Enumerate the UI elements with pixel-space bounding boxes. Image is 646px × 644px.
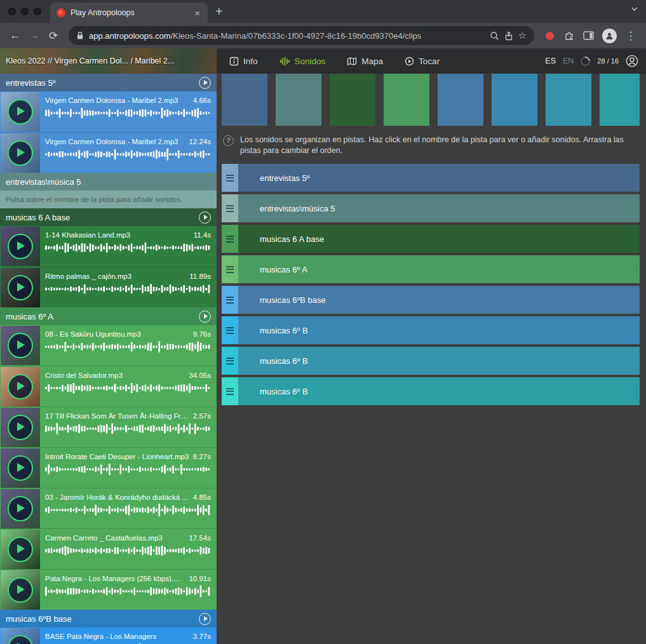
address-bar[interactable]: app.antropoloops.com/Kleos-Santa-Marina/…: [69, 26, 534, 45]
track-tile[interactable]: [276, 74, 321, 126]
clip-thumbnail[interactable]: [1, 326, 40, 365]
track-row[interactable]: entrevistas 5º: [222, 164, 640, 192]
track-drag-handle[interactable]: [222, 255, 238, 283]
track-drag-handle[interactable]: [222, 377, 238, 405]
clip-thumbnail[interactable]: [1, 92, 40, 131]
nav-item-sonidos[interactable]: Sonidos: [279, 57, 326, 66]
track-drag-handle[interactable]: [222, 164, 238, 192]
bookmark-star-icon[interactable]: ☆: [518, 30, 527, 41]
section-header[interactable]: musicas 6ºB base: [0, 610, 217, 627]
tab-search-chevron-icon[interactable]: [631, 6, 638, 11]
browser-menu-icon[interactable]: ⋮: [622, 27, 640, 44]
clip-play-icon[interactable]: [8, 455, 33, 481]
clip-thumbnail[interactable]: [1, 367, 40, 406]
track-row[interactable]: musicas 6º B: [222, 347, 640, 375]
nav-item-mapa[interactable]: Mapa: [347, 57, 383, 66]
clip-play-icon[interactable]: [8, 635, 33, 644]
extensions-puzzle-icon[interactable]: [560, 27, 578, 44]
clip-row[interactable]: Ritmo palmas _ cajón.mp3 11.89s: [0, 267, 217, 307]
clip-row[interactable]: Introit Rorate Caeli Desuper - Lionheart…: [0, 447, 217, 488]
clip-play-icon[interactable]: [8, 415, 33, 440]
track-row[interactable]: musicas 6º B: [222, 316, 640, 344]
clip-row[interactable]: 03 - Jaromír Horák & Konrádyho dudácká .…: [0, 488, 217, 528]
side-panel-icon[interactable]: [579, 27, 597, 44]
track-row[interactable]: musicas 6ºB base: [222, 286, 640, 314]
clip-duration: 10.91s: [189, 575, 211, 582]
breadcrumb-photo-strip[interactable]: Kleos 2022 // Virgen Carmen Dol... / Mar…: [0, 48, 217, 74]
track-drag-handle[interactable]: [222, 347, 238, 375]
section-header[interactable]: entrevistas 5º: [0, 74, 217, 91]
track-row[interactable]: musicas 6 A base: [222, 225, 640, 253]
lang-en-button[interactable]: EN: [563, 57, 574, 65]
clip-play-icon[interactable]: [8, 234, 33, 259]
track-tile[interactable]: [546, 74, 591, 126]
reload-button[interactable]: ⟳: [44, 27, 62, 44]
track-row[interactable]: musicas 6º A: [222, 255, 640, 283]
clip-play-icon[interactable]: [8, 275, 33, 300]
forward-button[interactable]: →: [25, 27, 43, 44]
share-icon[interactable]: [504, 31, 513, 41]
clip-thumbnail[interactable]: [1, 133, 40, 173]
lock-icon[interactable]: [76, 31, 84, 40]
clip-row[interactable]: Carmen Carreto _ Castañuelas.mp3 17.54s: [0, 528, 217, 569]
clip-thumbnail[interactable]: [1, 530, 40, 569]
new-tab-button[interactable]: +: [215, 5, 223, 18]
close-tab-icon[interactable]: ×: [193, 8, 201, 18]
clip-row[interactable]: Virgen Carmen Dolorosa - Maribel 2.mp3 4…: [0, 91, 217, 132]
track-drag-handle[interactable]: [222, 225, 238, 253]
section-play-icon[interactable]: [199, 77, 211, 89]
track-tile[interactable]: [438, 74, 483, 126]
track-drag-handle[interactable]: [222, 286, 238, 314]
section-header[interactable]: musicas 6 A base: [0, 208, 217, 226]
track-tile[interactable]: [600, 74, 640, 126]
nav-item-tocar[interactable]: Tocar: [405, 57, 440, 66]
zoom-window-button[interactable]: [34, 8, 41, 15]
section-play-icon[interactable]: [199, 613, 211, 625]
track-row[interactable]: entrevistas\música 5: [222, 194, 640, 222]
nav-item-info[interactable]: Info: [229, 57, 258, 66]
browser-tab[interactable]: Play Antropoloops ×: [50, 3, 208, 23]
back-button[interactable]: ←: [6, 27, 24, 44]
clip-play-icon[interactable]: [8, 333, 33, 358]
clip-thumbnail[interactable]: [1, 570, 40, 610]
account-icon[interactable]: [626, 55, 638, 67]
clip-play-icon[interactable]: [8, 496, 33, 521]
recorder-extension-icon[interactable]: [546, 32, 554, 40]
track-tile[interactable]: [330, 74, 375, 126]
clip-play-icon[interactable]: [8, 140, 33, 166]
clip-row[interactable]: 1-14 Khakasian Land.mp3 11.4s: [0, 226, 217, 267]
clip-thumbnail[interactable]: [1, 448, 40, 488]
track-tile[interactable]: [384, 74, 429, 126]
profile-avatar[interactable]: [602, 29, 617, 43]
track-drag-handle[interactable]: [222, 194, 238, 222]
clip-thumbnail[interactable]: [1, 489, 40, 528]
track-drag-handle[interactable]: [222, 316, 238, 344]
clip-row[interactable]: Cristo del Salvador.mp3 34.05s: [0, 366, 217, 406]
clip-thumbnail[interactable]: [1, 268, 40, 307]
breadcrumb[interactable]: Kleos 2022 // Virgen Carmen Dol... / Mar…: [6, 57, 174, 65]
clip-row[interactable]: BASE Pata Negra - Los Managers 3.77s: [0, 627, 217, 644]
clip-row[interactable]: Virgen Carmen Dolorosa - Maribel 2.mp3 1…: [0, 132, 217, 173]
clip-thumbnail[interactable]: [1, 628, 40, 644]
track-row[interactable]: musicas 6º B: [222, 377, 640, 405]
minimize-window-button[interactable]: [21, 8, 29, 15]
track-tile[interactable]: [492, 74, 537, 126]
section-play-icon[interactable]: [199, 311, 211, 323]
section-clips: 08 - Es Sakūru Uguntiņu.mp3 9.76s Cristo…: [0, 325, 217, 610]
clip-play-icon[interactable]: [8, 99, 33, 124]
clip-play-icon[interactable]: [8, 577, 33, 603]
close-window-button[interactable]: [8, 8, 16, 15]
section-header[interactable]: musicas 6º A: [0, 307, 217, 325]
clip-row[interactable]: 17 Till Flickan Som Är Tusen År-Halling …: [0, 406, 217, 447]
clip-row[interactable]: Pata Negra - Los Managers (256 kbps).mp3…: [0, 569, 217, 610]
section-play-icon[interactable]: [199, 211, 211, 224]
section-header[interactable]: entrevistas\música 5: [0, 173, 217, 191]
clip-play-icon[interactable]: [8, 374, 33, 399]
clip-thumbnail[interactable]: [1, 408, 40, 447]
track-tile[interactable]: [222, 74, 267, 126]
clip-thumbnail[interactable]: [1, 227, 40, 266]
clip-row[interactable]: 08 - Es Sakūru Uguntiņu.mp3 9.76s: [0, 325, 217, 366]
lang-es-button[interactable]: ES: [545, 57, 556, 65]
zoom-icon[interactable]: [490, 31, 499, 41]
clip-play-icon[interactable]: [8, 537, 33, 562]
